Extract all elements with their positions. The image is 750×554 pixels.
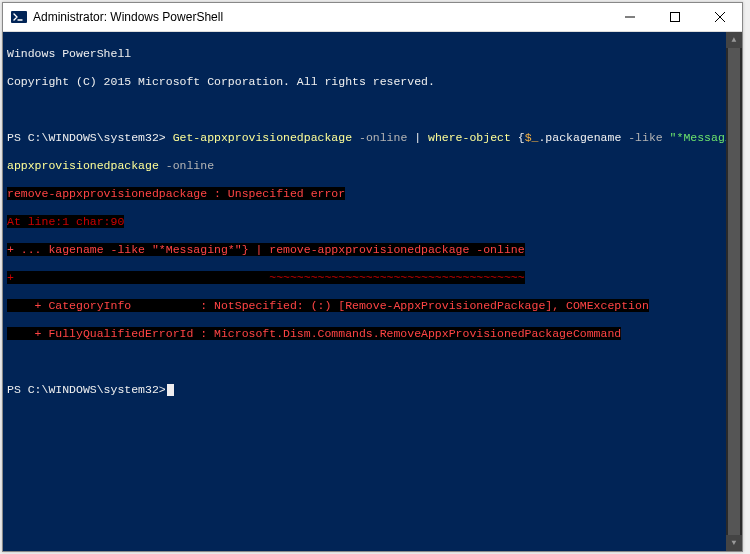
property: .packagename bbox=[538, 131, 628, 144]
brace: { bbox=[518, 131, 525, 144]
error-line: + ~~~~~~~~~~~~~~~~~~~~~~~~~~~~~~~~~~~~~ bbox=[7, 271, 738, 285]
cmdlet: where-object bbox=[428, 131, 511, 144]
scroll-down-button[interactable]: ▼ bbox=[726, 535, 742, 551]
window-title: Administrator: Windows PowerShell bbox=[33, 10, 607, 24]
pipe: | bbox=[414, 131, 421, 144]
scroll-up-button[interactable]: ▲ bbox=[726, 32, 742, 48]
cmdlet-cont: appxprovisionedpackage bbox=[7, 159, 159, 172]
operator: -like bbox=[628, 131, 663, 144]
param: -online bbox=[166, 159, 214, 172]
scroll-track[interactable] bbox=[726, 48, 742, 535]
automatic-variable: $_ bbox=[525, 131, 539, 144]
cursor bbox=[167, 384, 174, 396]
window-controls bbox=[607, 3, 742, 31]
svg-rect-3 bbox=[670, 13, 679, 22]
error-line: + CategoryInfo : NotSpecified: (:) [Remo… bbox=[7, 299, 738, 313]
prompt: PS C:\WINDOWS\system32> bbox=[7, 131, 166, 144]
error-line: remove-appxprovisionedpackage : Unspecif… bbox=[7, 187, 738, 201]
scroll-thumb[interactable] bbox=[728, 48, 740, 535]
svg-rect-0 bbox=[11, 11, 27, 23]
titlebar[interactable]: Administrator: Windows PowerShell bbox=[3, 3, 742, 32]
powershell-window: Administrator: Windows PowerShell Window… bbox=[2, 2, 743, 552]
error-line: At line:1 char:90 bbox=[7, 215, 738, 229]
error-line: + ... kagename -like "*Messaging*"} | re… bbox=[7, 243, 738, 257]
prompt-line: PS C:\WINDOWS\system32> bbox=[7, 383, 738, 397]
param: -online bbox=[359, 131, 407, 144]
error-line: + FullyQualifiedErrorId : Microsoft.Dism… bbox=[7, 327, 738, 341]
close-button[interactable] bbox=[697, 3, 742, 31]
prompt: PS C:\WINDOWS\system32> bbox=[7, 383, 166, 396]
command-line-1: PS C:\WINDOWS\system32> Get-appxprovisio… bbox=[7, 131, 738, 145]
cmdlet: Get-appxprovisionedpackage bbox=[173, 131, 352, 144]
blank-line bbox=[7, 355, 738, 369]
minimize-button[interactable] bbox=[607, 3, 652, 31]
command-line-2: appxprovisionedpackage -online bbox=[7, 159, 738, 173]
powershell-icon bbox=[11, 9, 27, 25]
maximize-button[interactable] bbox=[652, 3, 697, 31]
scrollbar[interactable]: ▲ ▼ bbox=[726, 32, 742, 551]
terminal-area[interactable]: Windows PowerShell Copyright (C) 2015 Mi… bbox=[3, 32, 742, 551]
blank-line bbox=[7, 103, 738, 117]
header-line: Windows PowerShell bbox=[7, 47, 738, 61]
copyright-line: Copyright (C) 2015 Microsoft Corporation… bbox=[7, 75, 738, 89]
